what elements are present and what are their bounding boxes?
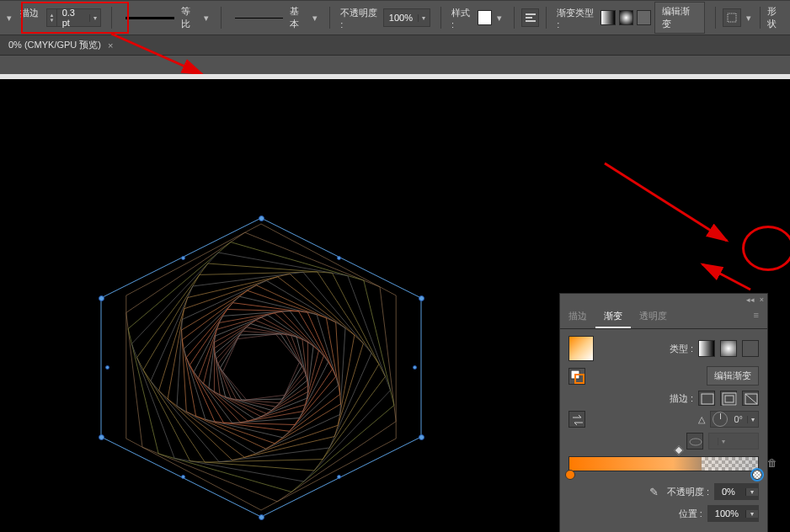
fill-stroke-toggle-icon[interactable]: [568, 368, 585, 385]
gradient-preview-swatch[interactable]: [568, 336, 594, 361]
stop-location-label: 位置 :: [679, 508, 702, 520]
svg-line-38: [745, 394, 757, 404]
panel-tab-bar: 描边 渐变 透明度 ≡: [560, 306, 767, 329]
artboard[interactable]: ◂◂ × 描边 渐变 透明度 ≡ 类型 :: [0, 79, 790, 532]
reverse-gradient-icon[interactable]: [568, 411, 585, 428]
stroke-weight-value: 0.3 pt: [57, 8, 89, 28]
stroke-label: 描边 :: [20, 7, 43, 29]
profile-dropdown[interactable]: ▾: [202, 13, 211, 24]
stop-location-dropdown[interactable]: ▾: [745, 510, 758, 518]
svg-line-41: [702, 264, 750, 290]
brush-preview-icon: [235, 18, 283, 19]
linear-gradient-swatch[interactable]: [601, 10, 615, 25]
radial-gradient-swatch[interactable]: [619, 10, 633, 25]
angle-input[interactable]: 0° ▾: [710, 411, 759, 428]
prev-tool-dropdown[interactable]: ▾: [5, 13, 13, 24]
svg-marker-9: [131, 253, 390, 481]
anchor-point[interactable]: [181, 256, 185, 260]
annotation-red-circle: [742, 226, 790, 271]
angle-dropdown[interactable]: ▾: [747, 416, 758, 423]
stop-location-value: 100%: [708, 508, 745, 519]
svg-marker-7: [126, 232, 396, 502]
selection-handle[interactable]: [99, 295, 104, 301]
svg-marker-27: [215, 324, 307, 411]
panel-close-icon[interactable]: ×: [760, 295, 764, 304]
align-icon[interactable]: [521, 8, 539, 27]
svg-marker-8: [128, 242, 394, 492]
svg-rect-34: [702, 394, 713, 404]
svg-marker-29: [218, 331, 304, 402]
svg-marker-19: [186, 303, 335, 432]
freeform-gradient-swatch[interactable]: [637, 10, 651, 25]
type-label: 类型 :: [670, 343, 693, 355]
freeform-gradient-icon[interactable]: [742, 340, 759, 357]
stroke-weight-input[interactable]: ▲▼ 0.3 pt ▾: [46, 8, 101, 27]
stroke-group: 描边 : ▲▼ 0.3 pt ▾: [17, 7, 104, 29]
svg-rect-3: [728, 13, 736, 22]
close-tab-icon[interactable]: ×: [108, 40, 113, 51]
selection-handle[interactable]: [419, 295, 424, 301]
hexagon-artwork[interactable]: [84, 205, 438, 525]
stepper-arrows-icon[interactable]: ▲▼: [47, 9, 57, 26]
svg-marker-30: [221, 334, 302, 400]
anchor-point[interactable]: [105, 365, 109, 370]
stop-location-input[interactable]: 100% ▾: [707, 505, 759, 522]
opacity-group: 不透明度 : 100% ▾: [337, 7, 434, 29]
tab-gradient[interactable]: 渐变: [595, 306, 631, 328]
style-swatch[interactable]: [478, 10, 492, 25]
transform-dropdown[interactable]: ▾: [745, 13, 753, 24]
selection-handle[interactable]: [99, 434, 104, 440]
opacity-value: 100%: [384, 13, 418, 23]
selection-handle[interactable]: [419, 434, 424, 440]
opacity-input[interactable]: 100% ▾: [383, 8, 430, 27]
aspect-input: ▾: [708, 433, 759, 450]
svg-marker-22: [199, 311, 324, 423]
document-tab[interactable]: 0% (CMYK/GPU 预览) ×: [0, 35, 121, 55]
transform-icon[interactable]: [723, 8, 740, 27]
panel-menu-icon[interactable]: ≡: [745, 306, 767, 328]
radial-gradient-icon[interactable]: [720, 340, 737, 357]
eyedropper-icon[interactable]: ✎: [649, 486, 659, 498]
linear-gradient-icon[interactable]: [698, 340, 715, 357]
aspect-ratio-icon[interactable]: [686, 433, 703, 450]
gradient-type-group: 渐变类型 : 编辑渐变: [553, 2, 708, 34]
selection-handle[interactable]: [259, 215, 264, 221]
tab-opacity[interactable]: 透明度: [631, 306, 675, 328]
opacity-dropdown[interactable]: ▾: [418, 14, 430, 22]
canvas-area: ◂◂ × 描边 渐变 透明度 ≡ 类型 :: [0, 74, 790, 532]
edit-gradient-button[interactable]: 编辑渐变: [654, 2, 705, 34]
gradient-stop-left[interactable]: [565, 470, 575, 480]
svg-line-40: [605, 163, 727, 241]
tab-stroke[interactable]: 描边: [560, 306, 595, 328]
svg-marker-11: [143, 272, 379, 462]
delete-stop-icon[interactable]: 🗑: [767, 457, 777, 469]
brush-dropdown[interactable]: ▾: [311, 13, 319, 24]
anchor-point[interactable]: [337, 256, 341, 260]
profile-preview-icon: [125, 17, 173, 19]
stroke-within-icon[interactable]: [698, 391, 715, 406]
stroke-weight-dropdown[interactable]: ▾: [89, 14, 100, 22]
gradient-stop-right[interactable]: [752, 470, 762, 480]
anchor-point[interactable]: [337, 475, 341, 479]
stroke-along-icon[interactable]: [720, 391, 737, 406]
svg-rect-0: [526, 13, 536, 15]
svg-marker-16: [182, 285, 341, 449]
stop-opacity-input[interactable]: 0% ▾: [714, 483, 759, 500]
edit-gradient-button-panel[interactable]: 编辑渐变: [707, 366, 759, 386]
panel-collapse-icon[interactable]: ◂◂: [746, 295, 755, 304]
svg-marker-24: [209, 315, 313, 419]
angle-icon: △: [698, 414, 705, 425]
control-bar: ▾ 描边 : ▲▼ 0.3 pt ▾ 等比 ▾ 基本 ▾ 不透明度 : 100%…: [0, 0, 790, 35]
svg-marker-28: [216, 327, 306, 407]
anchor-point[interactable]: [181, 475, 185, 479]
gradient-slider[interactable]: 🗑: [568, 456, 759, 471]
anchor-point[interactable]: [413, 365, 417, 370]
brush-group: 基本 ▾: [228, 5, 323, 30]
angle-dial-icon[interactable]: [713, 412, 728, 427]
stop-opacity-dropdown[interactable]: ▾: [745, 488, 758, 496]
stroke-across-icon[interactable]: [742, 391, 759, 406]
style-dropdown[interactable]: ▾: [495, 13, 504, 24]
svg-rect-1: [526, 17, 532, 19]
svg-rect-2: [526, 20, 536, 22]
selection-handle[interactable]: [259, 514, 264, 520]
